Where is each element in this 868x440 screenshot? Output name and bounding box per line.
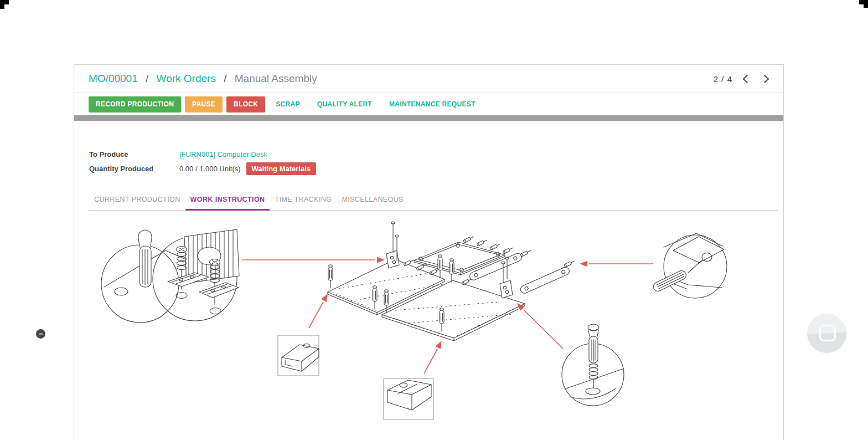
pager-next-icon[interactable]	[761, 74, 769, 83]
breadcrumb-workorders-link[interactable]: Work Orders	[157, 73, 216, 84]
card-header: MO/00001 / Work Orders / Manual Assembly…	[74, 65, 783, 93]
workorder-toolbar: RECORD PRODUCTION PAUSE BLOCK SCRAP QUAL…	[74, 93, 783, 115]
tab-miscellaneous[interactable]: MISCELLANEOUS	[337, 196, 408, 211]
screen: MO/00001 / Work Orders / Manual Assembly…	[0, 0, 868, 440]
breadcrumb-separator: /	[146, 73, 148, 84]
quality-alert-button[interactable]: QUALITY ALERT	[311, 100, 379, 108]
to-produce-value[interactable]: [FURN001] Computer Desk	[179, 150, 267, 158]
progress-separator-bar	[74, 115, 783, 121]
breadcrumb-current-page: Manual Assembly	[235, 73, 317, 84]
to-produce-row: To Produce [FURN001] Computer Desk	[89, 149, 778, 159]
home-square-icon	[819, 325, 836, 341]
block-button[interactable]: BLOCK	[226, 96, 265, 112]
breadcrumb-mo-link[interactable]: MO/00001	[89, 73, 138, 84]
quantity-produced-value: 0.00 / 1.000 Unit(s)	[179, 165, 241, 173]
pause-button[interactable]: PAUSE	[185, 96, 223, 112]
floating-recorder-dot[interactable]	[36, 329, 45, 339]
pager: 2 / 4	[714, 74, 768, 84]
tab-time-tracking[interactable]: TIME TRACKING	[270, 196, 337, 211]
workorder-sheet: To Produce [FURN001] Computer Desk Quant…	[74, 121, 783, 211]
screen-corner-mark	[0, 4, 4, 9]
recorder-dash-icon	[39, 333, 43, 335]
waiting-materials-badge: Waiting Materials	[246, 162, 316, 175]
to-produce-label: To Produce	[89, 150, 179, 158]
workorder-card: MO/00001 / Work Orders / Manual Assembly…	[74, 64, 784, 440]
tab-current-production[interactable]: CURRENT PRODUCTION	[89, 196, 185, 211]
pager-value: 2 / 4	[714, 74, 732, 84]
scrap-button[interactable]: SCRAP	[269, 100, 307, 108]
screen-corner-mark	[864, 4, 868, 8]
notebook-tabs: CURRENT PRODUCTION WORK INSTRUCTION TIME…	[89, 196, 778, 211]
screen-corner-mark	[859, 0, 868, 4]
record-production-button[interactable]: RECORD PRODUCTION	[89, 96, 181, 112]
maintenance-request-button[interactable]: MAINTENANCE REQUEST	[383, 100, 482, 108]
breadcrumb-separator: /	[224, 73, 226, 84]
home-button[interactable]	[807, 314, 846, 353]
pager-previous-icon[interactable]	[743, 74, 752, 83]
quantity-produced-row: Quantity Produced 0.00 / 1.000 Unit(s) W…	[89, 162, 778, 175]
tab-work-instruction[interactable]: WORK INSTRUCTION	[185, 196, 270, 211]
quantity-produced-label: Quantity Produced	[89, 165, 179, 173]
screen-corner-mark	[0, 0, 9, 4]
breadcrumb: MO/00001 / Work Orders / Manual Assembly	[89, 73, 714, 85]
